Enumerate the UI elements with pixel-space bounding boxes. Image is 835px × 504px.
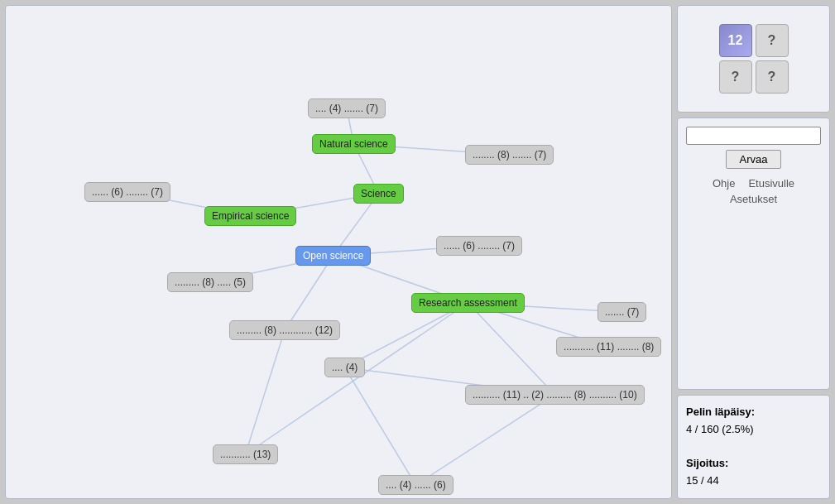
node-open-science[interactable]: Open science <box>295 246 371 266</box>
graph-panel: Natural scienceScienceEmpirical scienceO… <box>5 5 672 499</box>
tile-grid: 12 ? ? ? <box>719 24 789 94</box>
svg-line-15 <box>246 330 286 454</box>
node-node-11-2-8-10[interactable]: .......... (11) .. (2) ......... (8) ...… <box>465 385 645 405</box>
tile-12[interactable]: 12 <box>719 24 752 57</box>
svg-line-18 <box>416 395 555 485</box>
node-node-11-8[interactable]: ........... (11) ........ (8) <box>556 337 661 357</box>
node-node-4[interactable]: .... (4) <box>324 358 365 377</box>
node-research-assessment[interactable]: Research assessment <box>411 293 525 313</box>
tile-q3[interactable]: ? <box>756 60 789 94</box>
stats-box: Pelin läpäisy: 4 / 160 (2.5%) Sijoitus: … <box>677 395 830 499</box>
home-link[interactable]: Etusivulle <box>748 177 794 190</box>
stats-value2: 15 / 44 <box>686 473 821 490</box>
svg-line-17 <box>345 367 416 485</box>
stats-header1: Pelin läpäisy: <box>686 406 755 418</box>
node-natural-science[interactable]: Natural science <box>312 134 396 154</box>
settings-link[interactable]: Asetukset <box>730 193 777 205</box>
tile-q2[interactable]: ? <box>719 60 752 94</box>
node-node-8-12[interactable]: ......... (8) ............ (12) <box>229 320 340 340</box>
node-node-7[interactable]: ....... (7) <box>597 302 646 322</box>
stats-header2: Sijoitus: <box>686 457 728 469</box>
node-node-13[interactable]: ........... (13) <box>213 444 278 464</box>
node-node-6-7a[interactable]: ...... (6) ........ (7) <box>84 182 170 202</box>
tile-box: 12 ? ? ? <box>677 5 830 113</box>
node-science[interactable]: Science <box>353 184 404 204</box>
node-node-8-5[interactable]: ......... (8) ..... (5) <box>167 272 253 292</box>
svg-line-8 <box>285 256 334 330</box>
input-box: Arvaa Ohje Etusivulle Asetukset <box>677 118 830 390</box>
tile-q1[interactable]: ? <box>756 24 789 57</box>
nav-row-2: Asetukset <box>730 193 777 205</box>
node-node-6-7b[interactable]: ...... (6) ........ (7) <box>436 236 522 256</box>
nav-links: Ohje Etusivulle Asetukset <box>686 177 821 205</box>
stats-value1: 4 / 160 (2.5%) <box>686 421 821 439</box>
node-node-8-7[interactable]: ........ (8) ....... (7) <box>465 145 554 165</box>
node-node-4-6[interactable]: .... (4) ...... (6) <box>378 475 453 495</box>
guess-button[interactable]: Arvaa <box>726 150 782 169</box>
node-node-4-7[interactable]: .... (4) ....... (7) <box>308 98 386 118</box>
help-link[interactable]: Ohje <box>713 177 735 190</box>
node-empirical-science[interactable]: Empirical science <box>204 206 296 226</box>
right-panel: 12 ? ? ? Arvaa Ohje Etusivulle Asetukset… <box>677 5 830 499</box>
guess-input[interactable] <box>686 127 821 145</box>
nav-row-1: Ohje Etusivulle <box>713 177 794 190</box>
svg-line-13 <box>468 303 555 395</box>
